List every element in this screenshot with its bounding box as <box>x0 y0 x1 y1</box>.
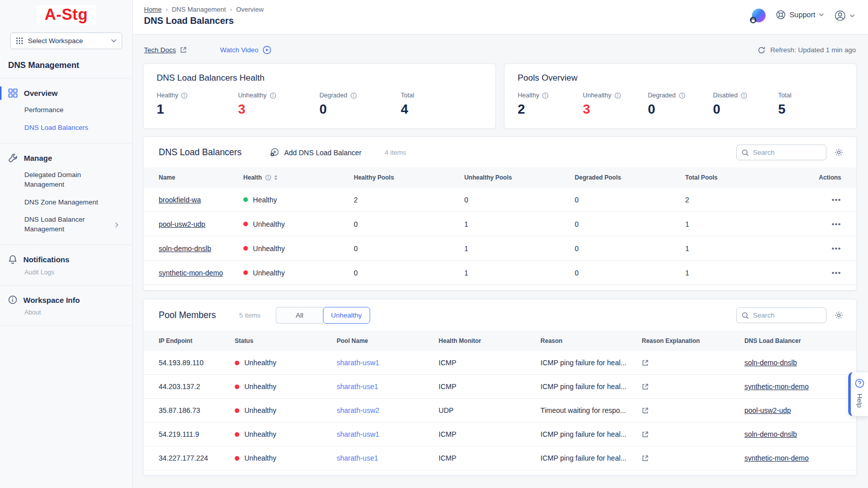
workspace-selector[interactable]: Select Workspace <box>10 32 122 49</box>
status-label: Healthy <box>253 196 277 204</box>
pool-name-link[interactable]: sharath-usw2 <box>337 406 379 414</box>
lb-name-link[interactable]: synthetic-mon-demo <box>159 269 223 277</box>
sort-icon[interactable] <box>274 175 277 180</box>
status-label: Unhealthy <box>244 430 276 438</box>
gear-icon[interactable] <box>835 148 843 157</box>
filter-all-button[interactable]: All <box>276 307 323 324</box>
dns-lb-link[interactable]: synthetic-mon-demo <box>744 382 809 391</box>
lb-name-link[interactable]: soln-demo-dnslb <box>159 245 211 253</box>
sidebar-item-label: Workspace Info <box>23 296 80 304</box>
items-count: 5 items <box>239 311 261 319</box>
sidebar-item-overview[interactable]: Overview <box>0 85 132 101</box>
dns-lb-link[interactable]: soln-demo-dnslb <box>744 430 797 438</box>
sidebar-item-performance[interactable]: Performance <box>0 101 132 119</box>
user-icon <box>834 10 846 22</box>
reason-explanation-link-icon[interactable] <box>642 455 739 462</box>
dns-lb-link[interactable]: pool-usw2-udp <box>744 406 791 414</box>
info-icon[interactable] <box>265 175 271 181</box>
stat-value: 0 <box>713 101 778 117</box>
reason-explanation-link-icon[interactable] <box>642 407 739 414</box>
col-total-pools[interactable]: Total Pools <box>685 167 800 188</box>
health-monitor: ICMP <box>439 446 540 470</box>
row-actions-button[interactable]: ••• <box>831 244 841 253</box>
sidebar-item-audit-logs[interactable]: Audit Logs <box>0 268 132 279</box>
col-name[interactable]: Name <box>143 167 243 188</box>
col-healthy-pools[interactable]: Healthy Pools <box>354 167 464 188</box>
dnslb-search[interactable] <box>736 145 826 160</box>
pool-name-link[interactable]: sharath-usw1 <box>337 359 379 367</box>
pool-name-link[interactable]: sharath-use1 <box>337 382 378 391</box>
info-icon[interactable] <box>741 92 747 99</box>
pool-name-link[interactable]: sharath-usw1 <box>337 430 379 438</box>
info-icon[interactable] <box>270 92 276 99</box>
reason-explanation-link-icon[interactable] <box>642 384 739 390</box>
breadcrumb-home[interactable]: Home <box>144 6 162 13</box>
gear-icon[interactable] <box>835 311 843 320</box>
search-icon <box>742 312 749 319</box>
stat-total: Total 4 <box>401 92 483 117</box>
help-question-icon <box>855 378 864 388</box>
col-health-monitor: Health Monitor <box>439 331 540 351</box>
sidebar-item-notifications[interactable]: Notifications <box>0 251 132 268</box>
tech-docs-link[interactable]: Tech Docs <box>144 46 187 54</box>
pool-members-search[interactable] <box>736 307 826 323</box>
avatar[interactable] <box>752 9 766 22</box>
col-dns-load-balancer: DNS Load Balancer <box>744 331 856 351</box>
search-input[interactable] <box>753 311 821 319</box>
pool-members-table: IP Endpoint Status Pool Name Health Moni… <box>143 331 856 470</box>
col-reason: Reason <box>540 331 642 351</box>
stat-value: 5 <box>778 101 843 117</box>
info-icon[interactable] <box>181 92 188 99</box>
watch-video-link[interactable]: Watch Video <box>220 46 271 54</box>
dns-lb-link[interactable]: synthetic-mon-demo <box>744 454 809 462</box>
sidebar-item-about[interactable]: About <box>0 308 132 319</box>
ip-endpoint: 54.219.111.9 <box>143 423 235 446</box>
info-icon[interactable] <box>350 92 357 99</box>
health-monitor: UDP <box>439 399 540 423</box>
chevron-down-icon <box>111 39 117 43</box>
content-area: Tech Docs Watch Video Refresh: Updated 1… <box>133 34 868 488</box>
reason-explanation-link-icon[interactable] <box>642 360 739 366</box>
pool-name-link[interactable]: sharath-use1 <box>337 454 378 462</box>
info-icon[interactable] <box>614 92 621 99</box>
stat-value: 3 <box>238 101 320 117</box>
sidebar-item-dns-load-balancer-management[interactable]: DNS Load Balancer Management <box>0 211 127 238</box>
unhealthy-pools-value: 1 <box>464 212 575 236</box>
info-icon[interactable] <box>679 92 685 99</box>
utility-row: Tech Docs Watch Video Refresh: Updated 1… <box>143 34 857 63</box>
support-icon <box>776 10 786 20</box>
lb-name-link[interactable]: brookfield-wa <box>159 196 201 204</box>
healthy-pools-value: 0 <box>354 236 464 261</box>
reason-explanation-link-icon[interactable] <box>642 431 739 438</box>
col-health[interactable]: Health <box>243 167 354 188</box>
sidebar-item-label: Performance <box>24 106 63 115</box>
refresh-button[interactable]: Refresh: Updated 1 min ago <box>757 46 856 54</box>
col-unhealthy-pools[interactable]: Unhealthy Pools <box>464 167 575 188</box>
table-header-row: Name Health Healthy Pools Unhealthy Pool… <box>143 167 856 188</box>
row-actions-button[interactable]: ••• <box>831 268 841 277</box>
sidebar-item-manage[interactable]: Manage <box>0 150 132 166</box>
search-input[interactable] <box>753 149 821 156</box>
add-dns-load-balancer-button[interactable]: Add DNS Load Balancer <box>270 148 361 157</box>
status-dot <box>235 456 239 461</box>
bell-icon <box>8 255 17 264</box>
sidebar-item-workspace-info[interactable]: Workspace Info <box>0 292 132 308</box>
sidebar-item-delegated-domain-management[interactable]: Delegated Domain Management <box>0 166 117 194</box>
status-label: Unhealthy <box>244 382 276 391</box>
stat-label: Healthy <box>518 92 539 99</box>
row-actions-button[interactable]: ••• <box>831 195 841 204</box>
table-row: brookfield-wa Healthy 2 0 0 2 ••• <box>143 188 856 212</box>
stat-label: Degraded <box>319 92 347 99</box>
info-icon[interactable] <box>542 92 549 99</box>
dns-lb-link[interactable]: soln-demo-dnslb <box>744 359 797 367</box>
filter-unhealthy-button[interactable]: Unhealthy <box>323 307 370 324</box>
row-actions-button[interactable]: ••• <box>831 220 841 228</box>
account-menu[interactable] <box>834 9 855 22</box>
sidebar-item-dns-zone-management[interactable]: DNS Zone Management <box>0 194 132 212</box>
help-widget[interactable]: Help <box>848 372 868 416</box>
sidebar-item-dns-load-balancers[interactable]: DNS Load Balancers <box>0 119 132 137</box>
chevron-down-icon <box>819 13 824 16</box>
col-degraded-pools[interactable]: Degraded Pools <box>575 167 685 188</box>
support-menu[interactable]: Support <box>776 9 824 20</box>
lb-name-link[interactable]: pool-usw2-udp <box>159 220 205 228</box>
